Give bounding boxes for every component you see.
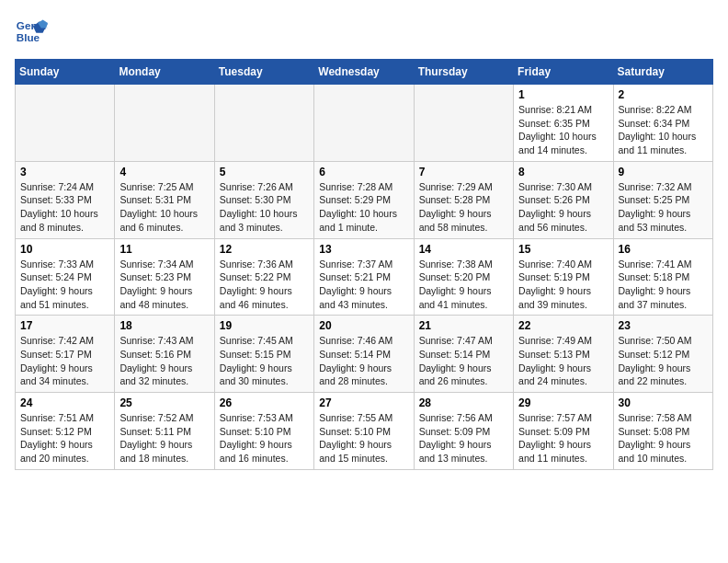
day-info: Sunrise: 7:40 AM Sunset: 5:19 PM Dayligh… <box>518 258 608 312</box>
day-info: Sunrise: 7:46 AM Sunset: 5:14 PM Dayligh… <box>319 334 408 388</box>
day-info: Sunrise: 7:28 AM Sunset: 5:29 PM Dayligh… <box>319 180 408 235</box>
day-info: Sunrise: 7:50 AM Sunset: 5:12 PM Dayligh… <box>619 334 708 388</box>
day-number: 20 <box>319 319 408 332</box>
day-number: 7 <box>419 166 508 178</box>
calendar-cell: 6Sunrise: 7:28 AM Sunset: 5:29 PM Daylig… <box>314 161 414 238</box>
calendar-cell: 2Sunrise: 8:22 AM Sunset: 6:34 PM Daylig… <box>613 85 712 162</box>
day-number: 29 <box>518 396 608 409</box>
calendar-cell: 16Sunrise: 7:41 AM Sunset: 5:18 PM Dayli… <box>613 238 712 316</box>
weekday-header-friday: Friday <box>514 60 613 85</box>
logo-icon: General Blue <box>15 15 48 48</box>
calendar-cell <box>414 85 513 162</box>
day-number: 14 <box>419 243 508 256</box>
day-info: Sunrise: 7:25 AM Sunset: 5:31 PM Dayligh… <box>119 180 209 235</box>
calendar-cell: 11Sunrise: 7:34 AM Sunset: 5:23 PM Dayli… <box>115 238 214 316</box>
calendar-cell: 5Sunrise: 7:26 AM Sunset: 5:30 PM Daylig… <box>214 161 313 238</box>
day-number: 23 <box>619 319 708 332</box>
calendar-cell: 13Sunrise: 7:37 AM Sunset: 5:21 PM Dayli… <box>314 238 414 316</box>
calendar-cell: 27Sunrise: 7:55 AM Sunset: 5:10 PM Dayli… <box>314 393 414 470</box>
weekday-header-wednesday: Wednesday <box>314 60 414 85</box>
day-info: Sunrise: 8:22 AM Sunset: 6:34 PM Dayligh… <box>619 103 708 157</box>
day-number: 18 <box>119 319 209 332</box>
calendar-cell: 1Sunrise: 8:21 AM Sunset: 6:35 PM Daylig… <box>514 85 613 162</box>
calendar-cell <box>16 85 115 162</box>
day-number: 16 <box>619 243 708 256</box>
day-number: 22 <box>518 319 608 332</box>
weekday-header-monday: Monday <box>115 60 214 85</box>
day-info: Sunrise: 7:38 AM Sunset: 5:20 PM Dayligh… <box>419 258 508 312</box>
calendar-cell: 19Sunrise: 7:45 AM Sunset: 5:15 PM Dayli… <box>214 316 313 393</box>
calendar-cell: 29Sunrise: 7:57 AM Sunset: 5:09 PM Dayli… <box>514 393 613 470</box>
day-info: Sunrise: 7:37 AM Sunset: 5:21 PM Dayligh… <box>319 258 408 312</box>
calendar-cell: 22Sunrise: 7:49 AM Sunset: 5:13 PM Dayli… <box>514 316 613 393</box>
day-info: Sunrise: 7:32 AM Sunset: 5:25 PM Dayligh… <box>619 180 708 235</box>
day-info: Sunrise: 7:41 AM Sunset: 5:18 PM Dayligh… <box>619 258 708 312</box>
day-info: Sunrise: 7:57 AM Sunset: 5:09 PM Dayligh… <box>518 411 608 465</box>
day-info: Sunrise: 7:26 AM Sunset: 5:30 PM Dayligh… <box>220 180 309 235</box>
day-info: Sunrise: 7:45 AM Sunset: 5:15 PM Dayligh… <box>220 334 309 388</box>
day-number: 24 <box>20 396 109 409</box>
calendar-cell: 28Sunrise: 7:56 AM Sunset: 5:09 PM Dayli… <box>414 393 513 470</box>
calendar-table: SundayMondayTuesdayWednesdayThursdayFrid… <box>15 59 713 470</box>
day-number: 1 <box>518 88 608 101</box>
calendar-cell: 4Sunrise: 7:25 AM Sunset: 5:31 PM Daylig… <box>115 161 214 238</box>
calendar-cell: 14Sunrise: 7:38 AM Sunset: 5:20 PM Dayli… <box>414 238 513 316</box>
calendar-cell: 17Sunrise: 7:42 AM Sunset: 5:17 PM Dayli… <box>16 316 115 393</box>
day-number: 3 <box>20 166 109 178</box>
day-number: 6 <box>319 166 408 178</box>
day-info: Sunrise: 7:42 AM Sunset: 5:17 PM Dayligh… <box>20 334 109 388</box>
page-header: General Blue <box>15 15 713 48</box>
day-number: 8 <box>518 166 608 178</box>
calendar-header-row: SundayMondayTuesdayWednesdayThursdayFrid… <box>16 60 713 85</box>
day-number: 17 <box>20 319 109 332</box>
calendar-cell: 3Sunrise: 7:24 AM Sunset: 5:33 PM Daylig… <box>16 161 115 238</box>
calendar-week-row: 24Sunrise: 7:51 AM Sunset: 5:12 PM Dayli… <box>16 393 713 470</box>
calendar-cell: 24Sunrise: 7:51 AM Sunset: 5:12 PM Dayli… <box>16 393 115 470</box>
day-info: Sunrise: 7:33 AM Sunset: 5:24 PM Dayligh… <box>20 258 109 312</box>
day-info: Sunrise: 7:29 AM Sunset: 5:28 PM Dayligh… <box>419 180 508 235</box>
calendar-week-row: 10Sunrise: 7:33 AM Sunset: 5:24 PM Dayli… <box>16 238 713 316</box>
calendar-cell: 18Sunrise: 7:43 AM Sunset: 5:16 PM Dayli… <box>115 316 214 393</box>
weekday-header-saturday: Saturday <box>613 60 712 85</box>
day-number: 4 <box>119 166 209 178</box>
day-number: 28 <box>419 396 508 409</box>
day-number: 25 <box>119 396 209 409</box>
day-number: 30 <box>619 396 708 409</box>
day-info: Sunrise: 7:30 AM Sunset: 5:26 PM Dayligh… <box>518 180 608 235</box>
calendar-cell: 8Sunrise: 7:30 AM Sunset: 5:26 PM Daylig… <box>514 161 613 238</box>
calendar-cell: 21Sunrise: 7:47 AM Sunset: 5:14 PM Dayli… <box>414 316 513 393</box>
day-number: 13 <box>319 243 408 256</box>
calendar-cell <box>214 85 313 162</box>
day-info: Sunrise: 7:36 AM Sunset: 5:22 PM Dayligh… <box>220 258 309 312</box>
day-number: 26 <box>220 396 309 409</box>
calendar-week-row: 3Sunrise: 7:24 AM Sunset: 5:33 PM Daylig… <box>16 161 713 238</box>
calendar-cell: 7Sunrise: 7:29 AM Sunset: 5:28 PM Daylig… <box>414 161 513 238</box>
calendar-cell <box>314 85 414 162</box>
day-info: Sunrise: 7:34 AM Sunset: 5:23 PM Dayligh… <box>119 258 209 312</box>
day-info: Sunrise: 7:53 AM Sunset: 5:10 PM Dayligh… <box>220 411 309 465</box>
day-number: 9 <box>619 166 708 178</box>
calendar-cell: 9Sunrise: 7:32 AM Sunset: 5:25 PM Daylig… <box>613 161 712 238</box>
day-info: Sunrise: 7:49 AM Sunset: 5:13 PM Dayligh… <box>518 334 608 388</box>
day-number: 27 <box>319 396 408 409</box>
calendar-cell: 20Sunrise: 7:46 AM Sunset: 5:14 PM Dayli… <box>314 316 414 393</box>
day-info: Sunrise: 7:51 AM Sunset: 5:12 PM Dayligh… <box>20 411 109 465</box>
calendar-cell: 25Sunrise: 7:52 AM Sunset: 5:11 PM Dayli… <box>115 393 214 470</box>
calendar-cell: 23Sunrise: 7:50 AM Sunset: 5:12 PM Dayli… <box>613 316 712 393</box>
day-info: Sunrise: 7:56 AM Sunset: 5:09 PM Dayligh… <box>419 411 508 465</box>
day-number: 10 <box>20 243 109 256</box>
weekday-header-tuesday: Tuesday <box>214 60 313 85</box>
calendar-cell: 15Sunrise: 7:40 AM Sunset: 5:19 PM Dayli… <box>514 238 613 316</box>
logo: General Blue <box>15 15 51 48</box>
calendar-cell: 10Sunrise: 7:33 AM Sunset: 5:24 PM Dayli… <box>16 238 115 316</box>
day-number: 21 <box>419 319 508 332</box>
calendar-cell <box>115 85 214 162</box>
weekday-header-sunday: Sunday <box>16 60 115 85</box>
calendar-week-row: 1Sunrise: 8:21 AM Sunset: 6:35 PM Daylig… <box>16 85 713 162</box>
calendar-cell: 12Sunrise: 7:36 AM Sunset: 5:22 PM Dayli… <box>214 238 313 316</box>
weekday-header-thursday: Thursday <box>414 60 513 85</box>
calendar-cell: 26Sunrise: 7:53 AM Sunset: 5:10 PM Dayli… <box>214 393 313 470</box>
day-number: 5 <box>220 166 309 178</box>
day-number: 11 <box>119 243 209 256</box>
calendar-cell: 30Sunrise: 7:58 AM Sunset: 5:08 PM Dayli… <box>613 393 712 470</box>
